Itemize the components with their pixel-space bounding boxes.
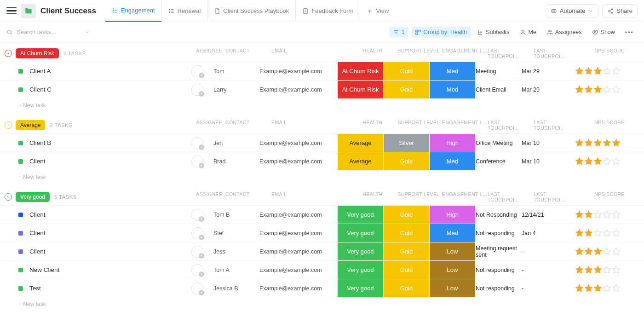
assignee-placeholder-icon[interactable] [191,209,203,221]
table-row[interactable]: New Client Tom A Example@example.com Ver… [0,260,644,279]
folder-icon[interactable] [21,4,36,18]
nps-cell[interactable] [568,81,627,98]
table-row[interactable]: Client A Tom Example@example.com At Chur… [0,62,644,80]
chip[interactable]: Average [338,152,384,170]
table-row[interactable]: Client C Larry Example@example.com At Ch… [0,80,644,98]
add-view-button[interactable]: View [360,0,395,22]
tab-engagement[interactable]: Engagement [105,0,161,22]
chip[interactable]: At Churn Risk [338,81,384,98]
chip[interactable]: Med [430,152,476,170]
share-button[interactable]: Share [602,4,638,17]
chip[interactable]: Gold [384,261,430,279]
nps-cell[interactable] [568,62,627,80]
task-name[interactable]: Client C [29,86,181,93]
task-name[interactable]: Client [29,211,181,218]
table-row[interactable]: Client Tom B Example@example.com Very go… [0,205,644,224]
chip[interactable]: At Churn Risk [338,62,384,80]
assignee-placeholder-icon[interactable] [191,227,203,239]
assignee-cell[interactable] [181,134,213,152]
me-button[interactable]: Me [516,27,540,38]
group-pill[interactable]: At Churn Risk [16,48,59,58]
assignee-placeholder-icon[interactable] [191,264,203,276]
search-input-wrap[interactable] [6,29,103,35]
status-square[interactable] [18,286,23,291]
task-name[interactable]: Client [29,248,181,255]
tab-feedback-form[interactable]: Feedback Form [295,0,360,22]
table-row[interactable]: Client Stef Example@example.com Very goo… [0,224,644,242]
assignee-placeholder-icon[interactable] [191,246,203,258]
task-name[interactable]: New Client [29,266,181,273]
chip[interactable]: Gold [384,81,430,98]
new-task-button[interactable]: + New task [0,170,644,184]
assignee-cell[interactable] [181,242,213,260]
chip[interactable]: Very good [338,261,384,279]
status-square[interactable] [18,213,23,217]
chip[interactable]: Gold [384,152,430,170]
chevron-down-icon[interactable] [85,29,90,35]
chip[interactable]: Gold [384,279,430,297]
new-task-button[interactable]: + New task [0,297,644,311]
nps-cell[interactable] [568,261,627,279]
chip[interactable]: Very good [338,279,384,297]
chip[interactable]: Average [338,134,384,152]
chip[interactable]: Very good [338,224,384,242]
assignee-cell[interactable] [181,279,213,297]
task-name[interactable]: Client [29,230,181,236]
chip[interactable]: Very good [338,242,384,260]
nps-cell[interactable] [568,206,627,224]
task-name[interactable]: Client B [29,139,181,146]
assignee-cell[interactable] [181,224,213,242]
table-row[interactable]: Client B Jen Example@example.com Average… [0,133,644,152]
tab-client-success-playbook[interactable]: Client Success Playbook [207,0,295,22]
status-square[interactable] [18,249,23,254]
tab-renewal[interactable]: Renewal [161,0,207,22]
search-input[interactable] [17,29,81,35]
menu-icon[interactable] [6,6,17,16]
group-pill[interactable]: Very good [16,192,50,202]
status-square[interactable] [18,231,23,236]
show-button[interactable]: Show [588,27,619,38]
filter-button[interactable]: 1 [389,27,408,38]
groupby-button[interactable]: Group by: Health [411,27,471,38]
assignee-cell[interactable] [181,206,213,224]
nps-cell[interactable] [568,279,627,297]
collapse-toggle[interactable] [5,193,12,201]
nps-cell[interactable] [568,224,627,242]
chip[interactable]: Med [430,62,476,80]
nps-cell[interactable] [568,152,627,170]
assignee-cell[interactable] [181,62,213,80]
chip[interactable]: Silver [384,134,430,152]
chip[interactable]: Very good [338,206,384,224]
assignee-cell[interactable] [181,81,213,98]
chip[interactable]: Med [430,224,476,242]
chip[interactable]: Low [430,279,476,297]
assignee-cell[interactable] [181,152,213,170]
assignees-button[interactable]: Assignees [543,27,586,38]
chip[interactable]: Gold [384,206,430,224]
table-row[interactable]: Test Jessica B Example@example.com Very … [0,279,644,297]
assignee-placeholder-icon[interactable] [191,84,203,96]
collapse-toggle[interactable] [5,121,12,129]
assignee-placeholder-icon[interactable] [191,65,203,77]
collapse-toggle[interactable] [5,50,12,57]
nps-cell[interactable] [568,134,627,152]
assignee-placeholder-icon[interactable] [191,137,203,149]
status-square[interactable] [18,268,23,272]
chip[interactable]: Low [430,242,476,260]
subtasks-button[interactable]: Subtasks [473,27,513,38]
status-square[interactable] [18,141,23,145]
chip[interactable]: Gold [384,224,430,242]
new-task-button[interactable]: + New task [0,98,644,112]
status-square[interactable] [18,69,23,74]
task-name[interactable]: Test [29,285,181,292]
table-row[interactable]: Client Jess Example@example.com Very goo… [0,242,644,260]
nps-cell[interactable] [568,242,627,260]
chip[interactable]: High [430,206,476,224]
group-pill[interactable]: Average [16,120,45,130]
task-name[interactable]: Client [29,158,181,165]
automate-button[interactable]: Automate [546,4,599,17]
status-square[interactable] [18,87,23,92]
chip[interactable]: Gold [384,62,430,80]
chip[interactable]: Low [430,261,476,279]
chip[interactable]: Med [430,81,476,98]
